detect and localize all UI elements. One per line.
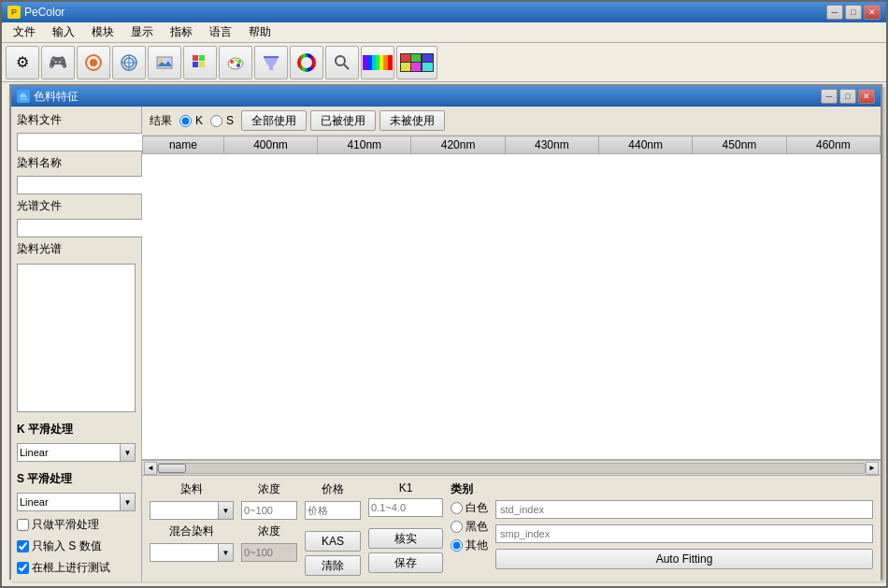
title-bar-buttons: ─ □ ✕ (826, 5, 881, 20)
mix-conc-label: 浓度 (241, 523, 297, 539)
unused-btn[interactable]: 未被使用 (380, 110, 445, 131)
col-400nm: 400nm (223, 136, 317, 154)
svg-rect-11 (193, 62, 198, 67)
remove-btn[interactable]: 清除 (305, 555, 361, 576)
outer-window: P PeColor ─ □ ✕ 文件 输入 模块 显示 指标 语言 帮助 ⚙ 🎮 (0, 0, 888, 588)
col-450nm: 450nm (693, 136, 786, 154)
menu-indicator[interactable]: 指标 (163, 22, 200, 42)
h-scrollbar[interactable]: ◄ ► (142, 460, 881, 475)
tool-filter[interactable] (254, 46, 288, 79)
smp-index-input[interactable] (495, 524, 873, 543)
auto-fitting-btn[interactable]: Auto Fitting (495, 549, 873, 569)
sub-window: 色 色料特征 ─ □ ✕ 染料文件 ▼ 染料名称 ▼ (9, 84, 882, 580)
tool-spectrum[interactable] (361, 46, 394, 79)
white-radio-row: 白色 (451, 500, 488, 516)
menu-input[interactable]: 输入 (45, 22, 82, 42)
svg-line-22 (344, 65, 349, 69)
tool-image[interactable] (148, 46, 181, 79)
price-label: 价格 (305, 481, 361, 497)
sub-title-bar: 色 色料特征 ─ □ ✕ (11, 86, 881, 107)
tool-shape[interactable] (77, 46, 110, 79)
sub-window-title: 色料特征 (34, 89, 79, 105)
k-smooth-value: Linear (18, 447, 120, 458)
menu-language[interactable]: 语言 (202, 22, 239, 42)
mix-conc-input[interactable] (241, 543, 297, 562)
tool-palette[interactable] (219, 46, 252, 79)
svg-point-14 (230, 60, 234, 64)
spectrum-file-input[interactable] (17, 219, 151, 237)
s-radio[interactable] (210, 115, 222, 127)
other-label: 其他 (465, 538, 488, 553)
title-bar-left: P PeColor (7, 6, 64, 19)
tool-settings[interactable]: ⚙ (6, 46, 39, 79)
spectrum-file-row: ▼ (17, 219, 136, 237)
s-radio-group: S (210, 114, 234, 127)
tool-remote[interactable]: 🎮 (41, 46, 75, 79)
dye-name-input[interactable] (17, 176, 151, 194)
menu-help[interactable]: 帮助 (241, 22, 279, 42)
only-input-s-row: 只输入 S 数值 (17, 538, 136, 554)
dye-combo-arrow[interactable]: ▼ (218, 502, 233, 519)
tool-target[interactable] (112, 46, 146, 79)
k-smooth-combo[interactable]: Linear ▼ (17, 443, 136, 462)
verify-btn[interactable]: 核实 (368, 528, 443, 549)
tool-color-circle[interactable] (290, 46, 323, 79)
k-radio[interactable] (179, 115, 192, 127)
white-radio[interactable] (451, 502, 463, 514)
used-btn[interactable]: 已被使用 (310, 110, 376, 131)
scrollbar-thumb[interactable] (158, 464, 186, 473)
dye-name-label: 染料名称 (17, 155, 136, 171)
k-smooth-arrow[interactable]: ▼ (120, 444, 135, 461)
menu-display[interactable]: 显示 (123, 22, 161, 42)
maximize-btn[interactable]: □ (845, 5, 862, 20)
s-radio-label: S (226, 114, 234, 127)
other-radio[interactable] (451, 539, 463, 552)
scroll-right-btn[interactable]: ► (866, 462, 879, 475)
sub-close-btn[interactable]: ✕ (858, 89, 875, 104)
scrollbar-track[interactable] (157, 463, 866, 474)
only-smooth-checkbox[interactable] (17, 519, 29, 531)
tool-grid[interactable] (183, 46, 217, 79)
save-btn[interactable]: 保存 (368, 552, 443, 573)
root-test-checkbox[interactable] (17, 562, 29, 574)
black-radio-row: 黑色 (451, 519, 488, 535)
scroll-left-btn[interactable]: ◄ (144, 462, 157, 475)
menu-module[interactable]: 模块 (84, 22, 122, 42)
s-smooth-arrow[interactable]: ▼ (120, 494, 135, 510)
black-radio[interactable] (451, 521, 463, 533)
tool-search[interactable] (325, 46, 359, 79)
conc-input[interactable] (241, 501, 297, 520)
menu-file[interactable]: 文件 (6, 22, 43, 42)
sub-maximize-btn[interactable]: □ (839, 89, 856, 104)
kas-btn[interactable]: KAS (305, 531, 361, 552)
dye-file-label: 染料文件 (17, 112, 136, 128)
price-input[interactable] (305, 501, 361, 520)
svg-point-1 (90, 59, 97, 66)
svg-rect-35 (411, 63, 421, 71)
svg-rect-6 (157, 57, 172, 68)
mix-dye-combo[interactable]: ▼ (150, 543, 234, 562)
only-input-s-checkbox[interactable] (17, 540, 29, 552)
dye-spectrum-area (17, 264, 136, 412)
mix-dye-combo-arrow[interactable]: ▼ (218, 544, 233, 561)
std-index-input[interactable] (495, 500, 873, 519)
k1-input[interactable] (368, 498, 443, 517)
col-430nm: 430nm (505, 136, 598, 154)
other-radio-row: 其他 (451, 538, 488, 553)
close-btn[interactable]: ✕ (864, 5, 881, 20)
root-test-label: 在根上进行测试 (32, 560, 110, 576)
dye-file-row: ▼ (17, 133, 136, 151)
black-label: 黑色 (465, 519, 488, 535)
all-use-btn[interactable]: 全部使用 (241, 110, 307, 131)
col-name: name (143, 136, 224, 154)
svg-rect-34 (401, 63, 410, 71)
dye-file-input[interactable] (17, 133, 151, 151)
minimize-btn[interactable]: ─ (826, 5, 843, 20)
tool-grid2[interactable] (396, 46, 437, 79)
dye-combo[interactable]: ▼ (150, 501, 234, 520)
sub-minimize-btn[interactable]: ─ (821, 89, 838, 104)
col-420nm: 420nm (411, 136, 505, 154)
col-410nm: 410nm (318, 136, 411, 154)
k1-label: K1 (368, 481, 443, 495)
s-smooth-combo[interactable]: Linear ▼ (17, 493, 136, 511)
